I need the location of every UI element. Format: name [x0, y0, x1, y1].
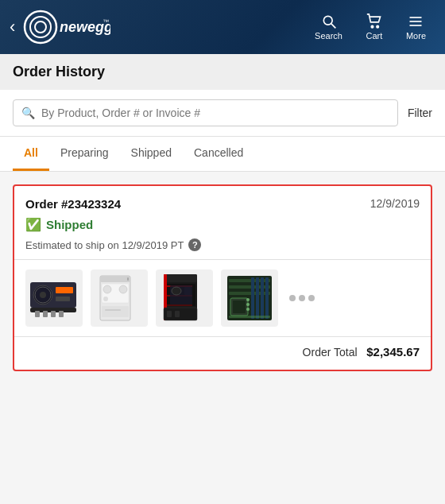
svg-rect-31	[105, 309, 121, 311]
svg-text:™: ™	[103, 18, 109, 25]
red-case-image	[157, 271, 211, 325]
svg-rect-19	[35, 311, 40, 317]
svg-rect-27	[103, 297, 108, 301]
order-card: Order #23423324 12/9/2019 ✅ Shipped Esti…	[13, 184, 432, 371]
search-icon	[319, 14, 339, 29]
orders-container: Order #23423324 12/9/2019 ✅ Shipped Esti…	[0, 172, 445, 384]
svg-point-8	[377, 25, 379, 27]
svg-rect-29	[102, 306, 129, 317]
order-estimate: Estimated to ship on 12/9/2019 PT ?	[14, 238, 431, 259]
svg-rect-44	[175, 311, 180, 317]
order-card-header: Order #23423324 12/9/2019	[14, 186, 431, 215]
product-thumb-red-case[interactable]	[156, 269, 213, 327]
more-nav-item[interactable]: More	[397, 9, 435, 45]
tab-shipped[interactable]: Shipped	[120, 137, 183, 171]
svg-rect-47	[229, 285, 270, 289]
product-thumb-motherboard[interactable]	[221, 269, 278, 327]
svg-rect-50	[256, 277, 259, 319]
svg-point-5	[323, 16, 332, 25]
product-thumb-gpu[interactable]	[25, 269, 83, 327]
order-status: ✅ Shipped	[14, 215, 431, 238]
product-images-row	[14, 260, 431, 336]
order-total-label: Order Total	[303, 346, 358, 359]
svg-rect-17	[56, 297, 70, 301]
page-title: Order History	[13, 64, 432, 80]
more-icon	[406, 14, 425, 29]
svg-point-1	[30, 17, 51, 37]
gpu-image	[27, 271, 81, 325]
svg-rect-54	[233, 300, 246, 313]
logo: newegg ™	[23, 10, 305, 45]
svg-rect-30	[127, 277, 129, 281]
search-bar-container: 🔍 Filter	[0, 90, 445, 137]
svg-rect-46	[229, 279, 270, 282]
newegg-logo: newegg ™	[23, 10, 110, 45]
status-check-icon: ✅	[25, 217, 41, 232]
svg-point-57	[246, 308, 250, 311]
order-date: 12/9/2019	[370, 197, 420, 210]
more-nav-label: More	[406, 31, 426, 41]
svg-rect-58	[229, 316, 270, 318]
svg-rect-20	[43, 311, 48, 317]
svg-rect-52	[265, 277, 269, 319]
svg-rect-41	[184, 287, 191, 295]
dot-2	[299, 295, 305, 301]
filter-button[interactable]: Filter	[408, 107, 432, 119]
back-button[interactable]: ‹	[10, 18, 15, 36]
svg-line-6	[331, 24, 335, 28]
svg-rect-26	[103, 285, 111, 293]
dot-3	[308, 295, 315, 301]
cart-icon	[365, 14, 384, 29]
svg-rect-28	[119, 285, 127, 293]
white-case-image	[92, 271, 146, 325]
svg-rect-21	[51, 311, 56, 317]
svg-point-56	[246, 303, 250, 306]
svg-rect-51	[261, 277, 264, 319]
estimate-text: Estimated to ship on 12/9/2019 PT	[25, 239, 184, 251]
svg-rect-16	[56, 287, 73, 293]
svg-rect-49	[251, 277, 254, 319]
tabs-container: All Preparing Shipped Cancelled	[0, 137, 445, 172]
svg-point-2	[35, 21, 46, 33]
tab-preparing[interactable]: Preparing	[49, 137, 120, 171]
motherboard-image	[222, 271, 277, 325]
svg-point-15	[40, 292, 46, 298]
search-input-wrapper[interactable]: 🔍	[13, 99, 398, 126]
header: ‹ newegg ™ Search	[0, 0, 445, 54]
svg-point-7	[371, 25, 373, 27]
search-nav-label: Search	[315, 31, 342, 41]
svg-rect-43	[167, 311, 172, 317]
tab-cancelled[interactable]: Cancelled	[183, 137, 254, 171]
product-thumb-white-case[interactable]	[91, 269, 148, 327]
svg-rect-24	[100, 276, 130, 282]
page-title-bar: Order History	[0, 54, 445, 90]
order-total-row: Order Total $2,345.67	[14, 337, 431, 370]
svg-rect-38	[165, 304, 192, 306]
order-total-amount: $2,345.67	[366, 345, 420, 359]
svg-rect-48	[229, 292, 270, 295]
help-icon[interactable]: ?	[188, 238, 201, 251]
tab-all[interactable]: All	[13, 137, 49, 171]
svg-point-55	[246, 298, 250, 301]
dot-1	[289, 295, 296, 301]
order-number: Order #23423324	[25, 197, 121, 211]
header-nav: Search Cart More	[305, 9, 435, 45]
cart-nav-label: Cart	[366, 31, 383, 41]
svg-rect-22	[59, 311, 64, 317]
search-input[interactable]	[41, 107, 389, 119]
search-icon-small: 🔍	[21, 107, 35, 119]
search-nav-item[interactable]: Search	[305, 9, 352, 45]
svg-rect-33	[164, 274, 197, 282]
cart-nav-item[interactable]: Cart	[355, 9, 393, 45]
svg-rect-40	[172, 287, 181, 295]
more-products-indicator	[286, 295, 315, 301]
order-status-label: Shipped	[46, 218, 93, 231]
